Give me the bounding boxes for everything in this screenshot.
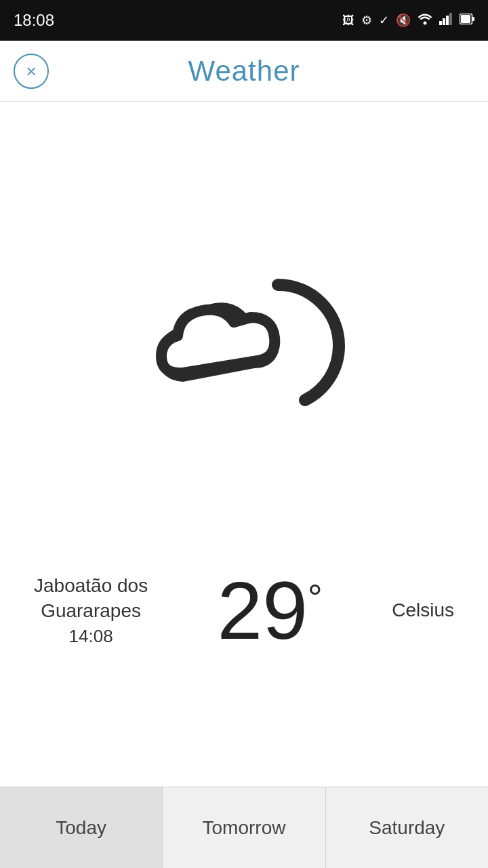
svg-rect-4 [449,13,452,25]
temperature-block: 29 ° [218,570,323,651]
svg-rect-6 [461,15,470,23]
svg-rect-3 [446,16,449,25]
signal-icon [439,13,453,28]
location-line1: Jaboatão dos [34,574,148,598]
main-content: Jaboatão dos Guararapes 14:08 29 ° Celsi… [0,102,488,787]
key-icon: ⚙ [361,13,372,28]
battery-icon [460,14,474,28]
photo-icon: 🖼 [342,14,354,28]
close-icon: × [26,62,36,80]
close-button[interactable]: × [14,54,49,89]
svg-point-0 [424,21,427,24]
degree-suffix: ° [308,576,323,618]
location-line2: Guararapes [34,599,148,623]
wifi-icon [418,12,432,29]
page-title: Weather [188,55,300,87]
tab-saturday[interactable]: Saturday [326,787,488,868]
app-header: × Weather [0,41,488,102]
location-block: Jaboatão dos Guararapes 14:08 [34,574,148,647]
svg-rect-7 [472,17,474,21]
tab-tomorrow[interactable]: Tomorrow [163,787,325,868]
svg-rect-1 [439,21,442,25]
partly-cloudy-icon [129,244,359,434]
temperature-value: 29 [218,570,308,651]
temperature-unit: Celsius [392,599,454,621]
weather-icon-area [129,102,359,556]
status-bar: 18:08 🖼 ⚙ ✓ 🔇 [0,0,488,41]
weather-info: Jaboatão dos Guararapes 14:08 29 ° Celsi… [0,556,488,678]
status-icons: 🖼 ⚙ ✓ 🔇 [342,12,474,29]
tab-today[interactable]: Today [0,787,163,868]
svg-rect-2 [443,18,445,25]
weather-time: 14:08 [34,626,148,647]
check-icon: ✓ [379,13,389,28]
bottom-tabs: Today Tomorrow Saturday [0,787,488,868]
mute-icon: 🔇 [396,13,411,28]
status-time: 18:08 [14,11,54,30]
